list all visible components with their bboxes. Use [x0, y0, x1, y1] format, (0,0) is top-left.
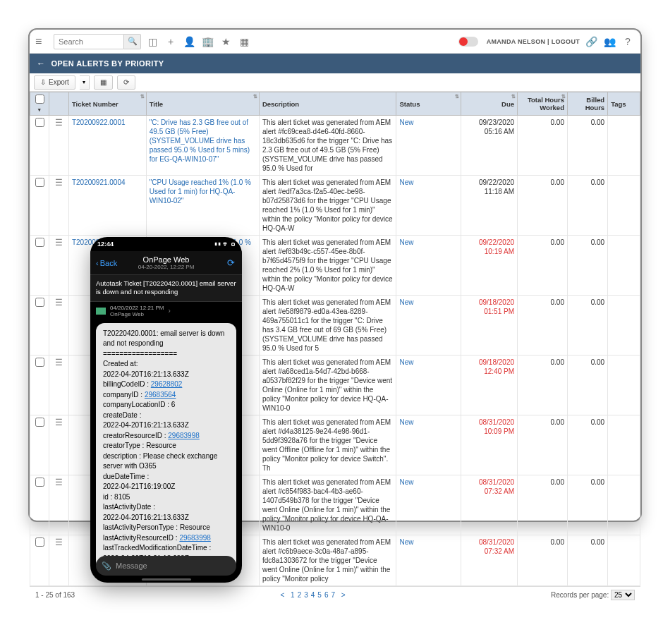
status-link[interactable]: New [399, 238, 413, 246]
page-1[interactable]: 1 [291, 591, 295, 599]
phone-link[interactable]: 29628802 [151, 380, 183, 388]
search-input[interactable] [54, 34, 124, 49]
row-checkbox[interactable] [35, 418, 44, 427]
tags-cell [608, 236, 640, 296]
col-title[interactable]: Title⇅ [146, 92, 259, 116]
export-button[interactable]: ⇩ Export [34, 75, 75, 90]
col-status[interactable]: Status⇅ [396, 92, 461, 116]
phone-overlay: 12:44▮▮ ᯤ ▢ ‹Back OnPage Web 04-20-2022,… [90, 237, 242, 583]
row-checkbox[interactable] [35, 118, 44, 127]
page-5[interactable]: 5 [317, 591, 322, 599]
export-icon: ⇩ [40, 78, 46, 86]
status-link[interactable]: New [399, 358, 413, 366]
due-cell: 09/23/202005:16 AM [461, 116, 517, 176]
record-count: 1 - 25 of 163 [35, 591, 75, 599]
row-checkbox[interactable] [35, 298, 44, 307]
select-all-checkbox[interactable] [35, 95, 44, 104]
billed-cell: 0.00 [567, 356, 607, 415]
hamburger-icon[interactable]: ≡ [35, 35, 49, 48]
status-link[interactable]: New [399, 119, 413, 126]
tags-cell [608, 176, 640, 236]
desc-cell: This alert ticket was generated from AEM… [259, 535, 396, 586]
plus-icon[interactable]: + [164, 35, 178, 49]
page-prev[interactable]: < [280, 591, 284, 599]
logout-link[interactable]: LOGOUT [552, 38, 580, 45]
phone-link[interactable]: 29683564 [145, 391, 176, 399]
attach-icon[interactable]: 📎 [102, 561, 111, 571]
col-desc[interactable]: Description [259, 92, 396, 116]
row-checkbox[interactable] [35, 358, 44, 367]
status-link[interactable]: New [399, 298, 413, 306]
hours-cell: 0.00 [518, 296, 568, 356]
records-per-page: Records per page: 25 [551, 590, 635, 600]
phone-subject: Autotask Ticket [T20220420.0001] email s… [90, 275, 242, 302]
calendar-icon[interactable]: ▦ [237, 35, 251, 49]
status-link[interactable]: New [399, 478, 413, 486]
desc-cell: This alert ticket was generated from AEM… [259, 176, 396, 236]
row-menu-icon[interactable]: ☰ [55, 537, 63, 547]
ticket-link[interactable]: T20200921.0004 [72, 178, 126, 186]
title-link[interactable]: "CPU Usage reached 1% (1.0 % Used for 1 … [150, 178, 251, 205]
page-7[interactable]: 7 [331, 591, 335, 599]
due-cell: 08/31/202007:32 AM [461, 535, 517, 586]
desc-cell: This alert ticket was generated from AEM… [259, 475, 396, 535]
phone-link[interactable]: 29683998 [179, 534, 211, 542]
row-checkbox[interactable] [35, 478, 44, 487]
col-ticket[interactable]: Ticket Number⇅ [68, 92, 146, 116]
col-hours[interactable]: Total Hours Worked⇅ [518, 92, 568, 116]
page-4[interactable]: 4 [311, 591, 315, 599]
billed-cell: 0.00 [567, 116, 607, 176]
row-menu-icon[interactable]: ☰ [55, 298, 63, 308]
back-arrow-icon[interactable]: ← [37, 59, 45, 68]
group-icon[interactable]: 👥 [602, 35, 616, 49]
row-checkbox[interactable] [35, 238, 44, 247]
building-icon[interactable]: 🏢 [200, 35, 214, 49]
due-cell: 09/18/202012:40 PM [461, 356, 517, 415]
page-6[interactable]: 6 [324, 591, 329, 599]
page-2[interactable]: 2 [298, 591, 302, 599]
export-dropdown[interactable]: ▾ [80, 75, 90, 90]
star-icon[interactable]: ★ [219, 35, 233, 49]
phone-message-input[interactable]: 📎 Message [96, 556, 236, 576]
col-due[interactable]: Due⇅ [461, 92, 517, 116]
row-menu-icon[interactable]: ☰ [55, 118, 63, 128]
search-button[interactable]: 🔍 [124, 34, 141, 49]
status-toggle[interactable] [458, 37, 478, 47]
row-menu-icon[interactable]: ☰ [55, 418, 63, 427]
row-menu-icon[interactable]: ☰ [55, 478, 63, 487]
rpp-select[interactable]: 25 [611, 590, 635, 600]
due-cell: 09/22/202011:18 AM [461, 176, 517, 236]
hours-cell: 0.00 [518, 356, 568, 415]
chart-icon[interactable]: ◫ [145, 35, 159, 49]
link-icon[interactable]: 🔗 [584, 35, 598, 49]
search-icon: 🔍 [128, 37, 138, 45]
pager: < 1234567 > [75, 591, 551, 599]
hours-cell: 0.00 [518, 535, 568, 586]
col-tags[interactable]: Tags [608, 92, 640, 116]
row-menu-icon[interactable]: ☰ [55, 178, 63, 188]
hours-cell: 0.00 [518, 475, 568, 535]
row-menu-icon[interactable]: ☰ [55, 358, 63, 367]
refresh-button[interactable]: ⟳ [117, 75, 135, 90]
row-menu-icon[interactable]: ☰ [55, 238, 63, 248]
page-next[interactable]: > [341, 591, 346, 599]
tags-cell [608, 116, 640, 176]
row-checkbox[interactable] [35, 178, 44, 187]
status-link[interactable]: New [399, 418, 413, 426]
page-3[interactable]: 3 [304, 591, 308, 599]
tags-cell [608, 415, 640, 475]
phone-link[interactable]: 29683998 [168, 432, 200, 439]
page-header: ← OPEN ALERTS BY PRIORITY [30, 54, 640, 73]
title-link[interactable]: "C: Drive has 2.3 GB free out of 49.5 GB… [150, 119, 250, 163]
row-checkbox[interactable] [35, 537, 44, 547]
phone-refresh-icon[interactable]: ⟳ [227, 257, 235, 268]
status-link[interactable]: New [399, 538, 413, 546]
help-icon[interactable]: ? [621, 35, 635, 49]
grid-view-button[interactable]: ▦ [94, 75, 113, 90]
person-icon[interactable]: 👤 [182, 35, 196, 49]
table-footer: 1 - 25 of 163 < 1234567 > Records per pa… [30, 586, 640, 603]
status-link[interactable]: New [399, 178, 413, 186]
col-billed[interactable]: Billed Hours [567, 92, 607, 116]
chevron-right-icon[interactable]: › [169, 307, 171, 315]
ticket-link[interactable]: T20200922.0001 [72, 119, 126, 126]
